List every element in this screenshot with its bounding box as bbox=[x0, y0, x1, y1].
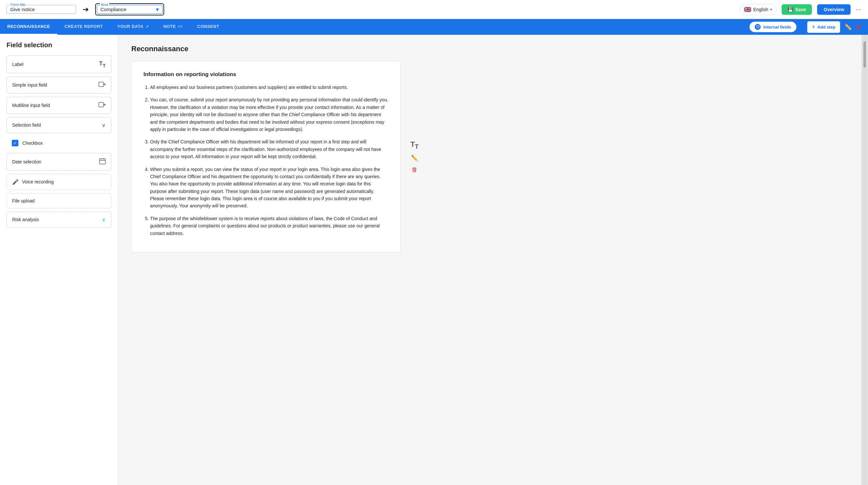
tab-note[interactable]: NOTE <> bbox=[156, 19, 190, 35]
area-select-display[interactable]: Compliance bbox=[100, 6, 150, 12]
tab-note-label: NOTE bbox=[163, 24, 176, 29]
card-heading: Information on reporting violations bbox=[144, 71, 389, 78]
field-item-label[interactable]: Label TT bbox=[6, 56, 111, 73]
top-bar: Form title ➔ Area Compliance ▾ 🇬🇧 Englis… bbox=[0, 0, 868, 19]
scrollbar-thumb[interactable] bbox=[863, 41, 866, 68]
tab-reconnaissance-label: RECONNAISSANCE bbox=[7, 24, 50, 29]
delete-trash-icon: 🗑 bbox=[412, 166, 417, 173]
internal-fields-label: Internal fields bbox=[763, 25, 791, 30]
field-date-name: Date selection bbox=[12, 159, 99, 164]
sidebar: Field selection Label TT Simple input fi… bbox=[0, 35, 118, 485]
code-icon: <> bbox=[178, 24, 183, 29]
svg-rect-2 bbox=[99, 102, 103, 107]
field-item-simple-input[interactable]: Simple input field bbox=[6, 76, 111, 94]
sidebar-title: Field selection bbox=[6, 41, 118, 49]
panel-title: Reconnaissance bbox=[131, 45, 848, 53]
right-scrollbar[interactable] bbox=[862, 35, 868, 485]
save-label: Save bbox=[795, 7, 806, 12]
tab-your-data-label: YOUR DATA bbox=[117, 24, 144, 29]
form-title-group: Form title bbox=[6, 5, 76, 14]
field-item-date[interactable]: Date selection bbox=[6, 153, 111, 171]
edit-card-button[interactable]: ✏️ bbox=[411, 155, 418, 162]
tab-reconnaissance[interactable]: RECONNAISSANCE bbox=[0, 19, 57, 35]
list-item: You can, of course, submit your report a… bbox=[150, 96, 389, 133]
field-checkbox-name: Checkbox bbox=[22, 140, 43, 146]
save-icon: 💾 bbox=[787, 7, 793, 12]
pencil-icon: ✏️ bbox=[844, 24, 851, 30]
tab-your-data[interactable]: YOUR DATA ↗ bbox=[110, 19, 156, 35]
svg-rect-0 bbox=[99, 82, 103, 87]
field-item-selection[interactable]: Selection field ∨ bbox=[6, 117, 111, 133]
nav-tabs: RECONNAISSANCE CREATE REPORT YOUR DATA ↗… bbox=[0, 19, 743, 35]
multiline-icon bbox=[98, 102, 106, 109]
external-link-icon: ↗ bbox=[146, 24, 149, 29]
trash-icon: 🗑 bbox=[856, 24, 862, 30]
field-item-file-upload[interactable]: File upload bbox=[6, 193, 111, 208]
content-card: Information on reporting violations All … bbox=[131, 61, 401, 252]
more-options-button[interactable]: ··· bbox=[856, 6, 862, 13]
tab-create-report[interactable]: CREATE REPORT bbox=[57, 19, 110, 35]
list-item: Only the Chief Compliance Officer with h… bbox=[150, 138, 389, 160]
list-item: When you submit a report, you can view t… bbox=[150, 166, 389, 210]
save-button[interactable]: 💾 Save bbox=[782, 4, 812, 15]
svg-rect-4 bbox=[99, 159, 105, 164]
main-content: Field selection Label TT Simple input fi… bbox=[0, 35, 868, 485]
internal-fields-button[interactable]: 🛡 Internal fields bbox=[749, 22, 797, 32]
field-item-checkbox[interactable]: ✓ Checkbox bbox=[6, 136, 111, 150]
area-label: Area bbox=[100, 3, 109, 6]
language-selector[interactable]: 🇬🇧 English ▾ bbox=[740, 4, 776, 15]
area-chevron-icon: ▾ bbox=[156, 6, 159, 13]
add-step-plus-icon: + bbox=[812, 24, 815, 31]
area-group[interactable]: Area Compliance ▾ bbox=[97, 5, 162, 14]
nav-bar: RECONNAISSANCE CREATE REPORT YOUR DATA ↗… bbox=[0, 19, 868, 35]
tab-consent[interactable]: CONSENT bbox=[190, 19, 226, 35]
text-format-card-icon: TT bbox=[410, 140, 418, 150]
nav-right: 🛡 Internal fields + Add step ✏️ 🗑 bbox=[743, 21, 868, 33]
edit-step-button[interactable]: ✏️ bbox=[844, 23, 851, 31]
more-icon: ··· bbox=[856, 6, 862, 13]
field-risk-name: Risk analysis bbox=[12, 217, 39, 222]
overview-label: Overview bbox=[824, 7, 844, 12]
list-item: The purpose of the whistleblower system … bbox=[150, 215, 389, 237]
area-value: Compliance bbox=[100, 6, 126, 12]
calendar-icon bbox=[99, 158, 106, 166]
main-panel: Reconnaissance Information on reporting … bbox=[118, 35, 862, 485]
language-chevron-icon: ▾ bbox=[770, 7, 772, 12]
field-voice-name: Voice recording bbox=[22, 179, 106, 185]
area-group-wrapper: Area Compliance ▾ bbox=[95, 3, 164, 15]
form-title-input[interactable] bbox=[10, 6, 72, 12]
tab-consent-label: CONSENT bbox=[197, 24, 219, 29]
field-item-multiline[interactable]: Multiline input field bbox=[6, 97, 111, 114]
checkbox-checked-icon: ✓ bbox=[12, 140, 19, 147]
add-step-button[interactable]: + Add step bbox=[807, 21, 840, 33]
language-flag: 🇬🇧 bbox=[744, 6, 751, 13]
field-label-name: Label bbox=[12, 62, 99, 67]
scrollbar-track bbox=[863, 35, 866, 485]
arrow-indicator: ➔ bbox=[83, 5, 89, 14]
language-text: English bbox=[753, 7, 768, 12]
field-selection-name: Selection field bbox=[12, 122, 102, 128]
simple-input-icon bbox=[98, 82, 106, 89]
field-item-voice[interactable]: 🎤 Voice recording bbox=[6, 174, 111, 190]
form-title-label: Form title bbox=[9, 3, 27, 6]
field-multiline-name: Multiline input field bbox=[12, 103, 98, 108]
add-step-label: Add step bbox=[817, 25, 836, 30]
list-item: All employees and our business partners … bbox=[150, 84, 389, 91]
shield-icon: 🛡 bbox=[755, 24, 761, 30]
delete-card-button[interactable]: 🗑 bbox=[412, 166, 417, 173]
risk-chevron-icon: ∨ bbox=[102, 217, 106, 223]
edit-pencil-icon: ✏️ bbox=[411, 155, 418, 161]
selection-chevron-icon: ∨ bbox=[102, 122, 106, 128]
overview-button[interactable]: Overview bbox=[817, 4, 850, 15]
field-file-upload-name: File upload bbox=[12, 198, 106, 203]
field-simple-input-name: Simple input field bbox=[12, 83, 98, 88]
card-list: All employees and our business partners … bbox=[144, 84, 389, 237]
microphone-icon: 🎤 bbox=[12, 179, 19, 185]
field-item-risk[interactable]: Risk analysis ∨ bbox=[6, 212, 111, 228]
delete-step-button[interactable]: 🗑 bbox=[856, 24, 862, 31]
text-format-icon: TT bbox=[99, 60, 106, 68]
tab-create-report-label: CREATE REPORT bbox=[65, 24, 103, 29]
